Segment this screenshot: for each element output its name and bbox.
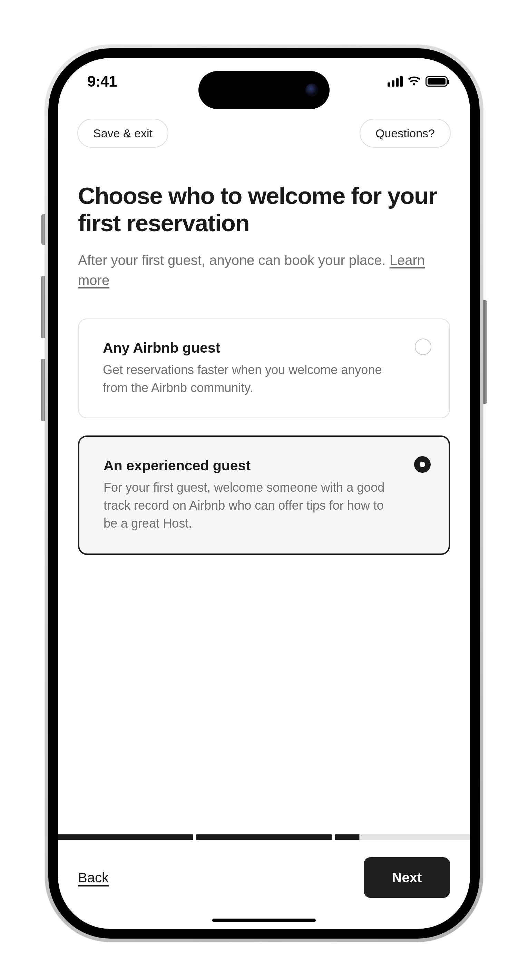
progress-segment [196, 834, 331, 840]
status-bar: 9:41 [58, 58, 470, 103]
app-content: Save & exit Questions? Choose who to wel… [58, 103, 470, 929]
phone-frame: 9:41 Save & exit Qu [45, 45, 483, 942]
option-experienced-guest[interactable]: An experienced guest For your first gues… [78, 436, 450, 555]
radio-icon [415, 339, 431, 355]
guest-options: Any Airbnb guest Get reservations faster… [58, 290, 470, 834]
page-title: Choose who to welcome for your first res… [78, 182, 450, 237]
progress-bar [58, 834, 470, 840]
status-time: 9:41 [87, 73, 117, 90]
save-exit-button[interactable]: Save & exit [77, 119, 169, 148]
option-title: Any Airbnb guest [103, 340, 401, 356]
progress-fill [58, 834, 193, 840]
top-action-bar: Save & exit Questions? [58, 103, 470, 148]
footer-nav: Back Next [58, 840, 470, 929]
questions-button[interactable]: Questions? [359, 119, 451, 148]
phone-screen: 9:41 Save & exit Qu [58, 58, 470, 929]
wifi-icon [407, 76, 421, 87]
back-button[interactable]: Back [78, 870, 109, 885]
progress-fill [335, 834, 359, 840]
next-button[interactable]: Next [364, 857, 450, 898]
progress-segment [58, 834, 193, 840]
progress-fill [196, 834, 331, 840]
progress-segment [335, 834, 470, 840]
radio-icon [414, 456, 431, 473]
subtitle-text: After your first guest, anyone can book … [78, 253, 390, 268]
cellular-icon [388, 76, 403, 87]
option-any-guest[interactable]: Any Airbnb guest Get reservations faster… [78, 318, 450, 418]
option-desc: Get reservations faster when you welcome… [103, 361, 401, 397]
phone-bezel: 9:41 Save & exit Qu [48, 48, 480, 939]
option-desc: For your first guest, welcome someone wi… [103, 479, 400, 533]
page-subtitle: After your first guest, anyone can book … [78, 250, 450, 290]
home-indicator [212, 919, 316, 922]
page-header: Choose who to welcome for your first res… [58, 148, 470, 290]
status-indicators [388, 76, 448, 87]
battery-icon [426, 76, 448, 87]
option-title: An experienced guest [103, 458, 400, 474]
viewport: 9:41 Save & exit Qu [0, 0, 528, 980]
